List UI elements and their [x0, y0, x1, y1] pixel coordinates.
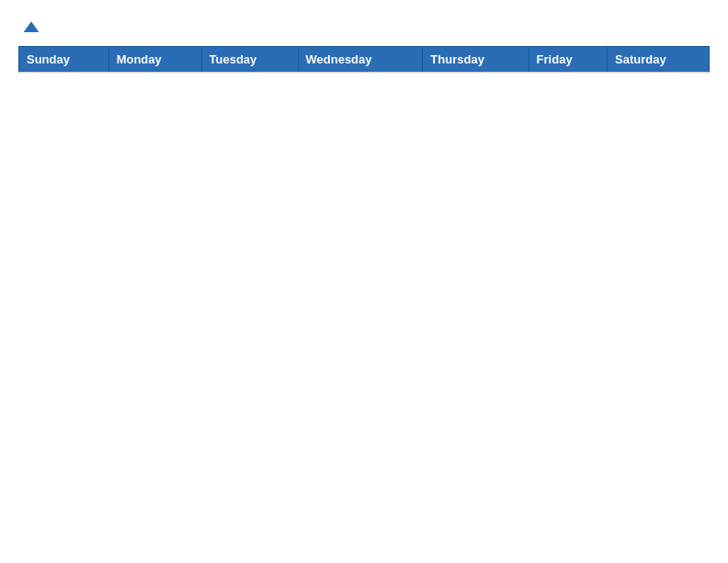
- calendar-table: SundayMondayTuesdayWednesdayThursdayFrid…: [18, 46, 710, 73]
- calendar-header-wednesday: Wednesday: [298, 47, 423, 73]
- calendar-header-sunday: Sunday: [19, 47, 109, 73]
- calendar-header-tuesday: Tuesday: [201, 47, 298, 73]
- calendar-header-friday: Friday: [529, 47, 607, 73]
- svg-marker-0: [24, 21, 40, 32]
- calendar-header-row: SundayMondayTuesdayWednesdayThursdayFrid…: [19, 47, 710, 73]
- logo-icon: [22, 18, 40, 37]
- calendar-header-monday: Monday: [108, 47, 201, 73]
- calendar-header-saturday: Saturday: [608, 47, 710, 73]
- logo: [18, 18, 40, 37]
- calendar-header-thursday: Thursday: [423, 47, 529, 73]
- page-header: [18, 18, 710, 37]
